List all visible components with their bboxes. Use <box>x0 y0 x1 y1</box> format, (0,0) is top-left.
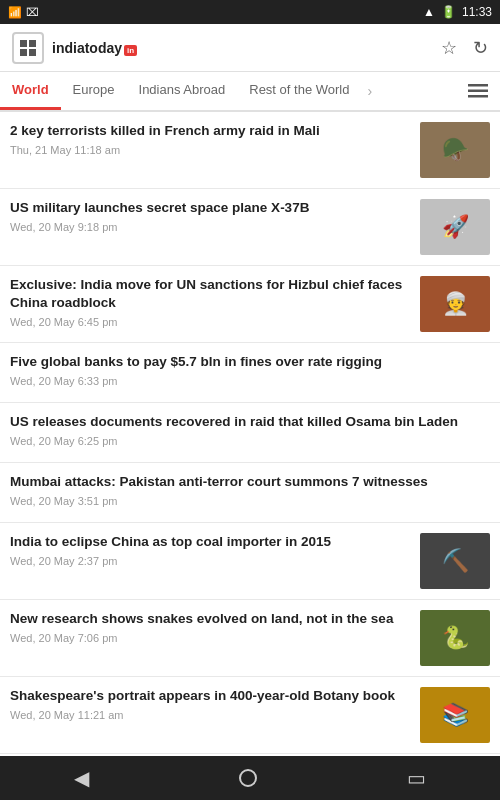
news-content-2: US military launches secret space plane … <box>10 199 420 233</box>
menu-icon[interactable] <box>12 32 44 64</box>
news-content-8: New research shows snakes evolved on lan… <box>10 610 420 644</box>
wifi-icon: ⌧ <box>26 6 39 19</box>
status-bar: 📶 ⌧ ▲ 🔋 11:33 <box>0 0 500 24</box>
news-thumb-1: 🪖 <box>420 122 490 178</box>
news-content-4: Five global banks to pay $5.7 bln in fin… <box>10 353 490 387</box>
status-time: 11:33 <box>462 5 492 19</box>
news-thumb-7: ⛏️ <box>420 533 490 589</box>
news-item-6[interactable]: Mumbai attacks: Pakistan anti-terror cou… <box>0 463 500 523</box>
news-time-8: Wed, 20 May 7:06 pm <box>10 632 412 644</box>
svg-rect-3 <box>29 49 36 56</box>
news-item-3[interactable]: Exclusive: India move for UN sanctions f… <box>0 266 500 343</box>
home-button[interactable] <box>238 768 258 788</box>
news-content-1: 2 key terrorists killed in French army r… <box>10 122 420 156</box>
home-circle-icon <box>238 768 258 788</box>
news-time-3: Wed, 20 May 6:45 pm <box>10 316 412 328</box>
back-button[interactable]: ◀ <box>74 766 89 790</box>
status-left: 📶 ⌧ <box>8 6 39 19</box>
app-bar-right: ☆ ↻ <box>441 37 488 59</box>
tab-rest-of-world[interactable]: Rest of the World <box>237 72 361 110</box>
logo-badge: in <box>124 45 137 56</box>
battery-icon: 🔋 <box>441 5 456 19</box>
news-title-8: New research shows snakes evolved on lan… <box>10 610 412 628</box>
status-right: ▲ 🔋 11:33 <box>423 5 492 19</box>
news-title-7: India to eclipse China as top coal impor… <box>10 533 412 551</box>
bottom-nav: ◀ ▭ <box>0 756 500 800</box>
tab-world[interactable]: World <box>0 72 61 110</box>
news-time-6: Wed, 20 May 3:51 pm <box>10 495 482 507</box>
svg-rect-1 <box>29 40 36 47</box>
news-item-7[interactable]: India to eclipse China as top coal impor… <box>0 523 500 600</box>
news-content-7: India to eclipse China as top coal impor… <box>10 533 420 567</box>
news-time-1: Thu, 21 May 11:18 am <box>10 144 412 156</box>
tab-scroll-right[interactable]: › <box>361 72 378 110</box>
news-thumb-8: 🐍 <box>420 610 490 666</box>
news-time-5: Wed, 20 May 6:25 pm <box>10 435 482 447</box>
news-time-2: Wed, 20 May 9:18 pm <box>10 221 412 233</box>
svg-rect-4 <box>468 84 488 87</box>
news-item-8[interactable]: New research shows snakes evolved on lan… <box>0 600 500 677</box>
svg-rect-6 <box>468 95 488 98</box>
app-bar-left: indiatodayin <box>12 32 137 64</box>
news-item-5[interactable]: US releases documents recovered in raid … <box>0 403 500 463</box>
star-button[interactable]: ☆ <box>441 37 457 59</box>
signal-icon: 📶 <box>8 6 22 19</box>
news-title-6: Mumbai attacks: Pakistan anti-terror cou… <box>10 473 482 491</box>
svg-rect-2 <box>20 49 27 56</box>
svg-rect-0 <box>20 40 27 47</box>
news-content-5: US releases documents recovered in raid … <box>10 413 490 447</box>
news-content-6: Mumbai attacks: Pakistan anti-terror cou… <box>10 473 490 507</box>
news-title-3: Exclusive: India move for UN sanctions f… <box>10 276 412 312</box>
tab-europe[interactable]: Europe <box>61 72 127 110</box>
news-content-3: Exclusive: India move for UN sanctions f… <box>10 276 420 328</box>
svg-point-7 <box>240 770 256 786</box>
news-thumb-9: 📚 <box>420 687 490 743</box>
tab-indians-abroad[interactable]: Indians Abroad <box>127 72 238 110</box>
grid-icon <box>18 38 38 58</box>
news-thumb-3: 👳 <box>420 276 490 332</box>
news-item-2[interactable]: US military launches secret space plane … <box>0 189 500 266</box>
news-time-7: Wed, 20 May 2:37 pm <box>10 555 412 567</box>
news-content-9: Shakespeare's portrait appears in 400-ye… <box>10 687 420 721</box>
news-thumb-2: 🚀 <box>420 199 490 255</box>
app-bar: indiatodayin ☆ ↻ <box>0 24 500 72</box>
news-list: 2 key terrorists killed in French army r… <box>0 112 500 756</box>
tab-bar: World Europe Indians Abroad Rest of the … <box>0 72 500 112</box>
news-title-1: 2 key terrorists killed in French army r… <box>10 122 412 140</box>
news-time-4: Wed, 20 May 6:33 pm <box>10 375 482 387</box>
refresh-button[interactable]: ↻ <box>473 37 488 59</box>
tab-overflow-menu[interactable] <box>456 72 500 110</box>
wifi-status-icon: ▲ <box>423 5 435 19</box>
recents-button[interactable]: ▭ <box>407 766 426 790</box>
news-time-9: Wed, 20 May 11:21 am <box>10 709 412 721</box>
news-item-4[interactable]: Five global banks to pay $5.7 bln in fin… <box>0 343 500 403</box>
hamburger-icon <box>468 83 488 99</box>
news-item-9[interactable]: Shakespeare's portrait appears in 400-ye… <box>0 677 500 754</box>
svg-rect-5 <box>468 90 488 93</box>
news-title-5: US releases documents recovered in raid … <box>10 413 482 431</box>
news-title-2: US military launches secret space plane … <box>10 199 412 217</box>
news-item-1[interactable]: 2 key terrorists killed in French army r… <box>0 112 500 189</box>
news-title-4: Five global banks to pay $5.7 bln in fin… <box>10 353 482 371</box>
logo-text: indiatodayin <box>52 40 137 56</box>
news-title-9: Shakespeare's portrait appears in 400-ye… <box>10 687 412 705</box>
